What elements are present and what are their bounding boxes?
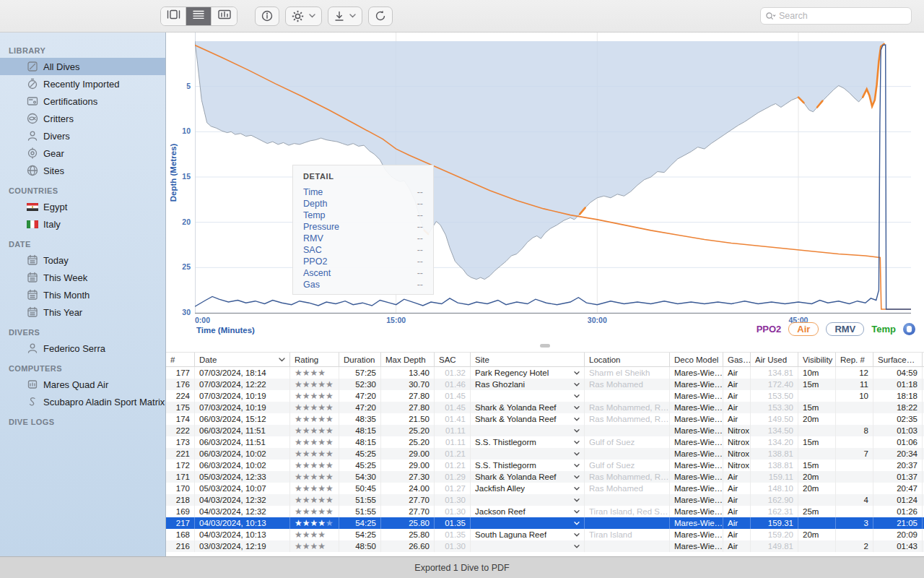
sidebar-item-mares-quad-air[interactable]: Mares Quad Air: [0, 376, 165, 393]
legend-item-ppo2[interactable]: PPO2: [757, 324, 782, 335]
cell-rep: [836, 413, 873, 425]
cell-site[interactable]: [471, 448, 585, 460]
column-header-max-depth[interactable]: Max Depth: [381, 353, 435, 366]
table-row-dive-222[interactable]: 22206/03/2024, 11:51★★★★★48:1525.2001.11…: [166, 425, 924, 436]
column-header-location[interactable]: Location: [585, 353, 670, 366]
site-dropdown-chevron-icon[interactable]: [574, 499, 580, 502]
table-row-dive-169[interactable]: 16904/03/2024, 12:32★★★★★51:5527.7001.30…: [166, 506, 924, 517]
table-row-dive-217[interactable]: 21704/03/2024, 10:13★★★★★54:2525.8001.35…: [166, 517, 924, 529]
sidebar-item-this-year[interactable]: This Year: [0, 303, 165, 321]
sidebar-item-italy[interactable]: Italy: [0, 215, 165, 233]
legend-item-rmv[interactable]: RMV: [826, 322, 864, 336]
site-dropdown-chevron-icon[interactable]: [574, 441, 580, 444]
cell-max_depth: 25.20: [381, 436, 435, 448]
column-header-surface[interactable]: Surface…: [873, 353, 923, 366]
table-row-dive-176[interactable]: 17607/03/2024, 12:22★★★★★52:3030.7001.46…: [166, 379, 924, 390]
cell-site[interactable]: South Laguna Reef: [471, 529, 585, 540]
site-dropdown-chevron-icon[interactable]: [574, 487, 580, 491]
table-row-dive-177[interactable]: 17707/03/2024, 18:14★★★★57:2513.4001.32P…: [166, 367, 924, 379]
site-dropdown-chevron-icon[interactable]: [574, 452, 580, 456]
legend-item-air[interactable]: Air: [788, 322, 819, 336]
info-button[interactable]: [255, 7, 279, 26]
table-row-dive-172[interactable]: 17206/03/2024, 10:02★★★★★45:2529.0001.21…: [166, 460, 924, 471]
column-header-date[interactable]: Date: [195, 353, 290, 366]
cell-site[interactable]: [471, 390, 585, 402]
column-header-duration[interactable]: Duration: [339, 353, 381, 366]
column-header-rating[interactable]: Rating: [290, 353, 339, 366]
column-header-site[interactable]: Site: [471, 353, 585, 366]
cell-site[interactable]: [471, 494, 585, 506]
table-row-dive-221[interactable]: 22106/03/2024, 10:02★★★★★45:2529.0001.21…: [166, 448, 924, 460]
site-dropdown-chevron-icon[interactable]: [574, 464, 580, 467]
table-row-dive-174[interactable]: 17406/03/2024, 15:12★★★★★48:3521.5001.41…: [166, 413, 924, 425]
settings-button[interactable]: [285, 7, 322, 26]
table-row-dive-171[interactable]: 17105/03/2024, 12:33★★★★★54:3027.3001.29…: [166, 471, 924, 483]
column-header-deco-model[interactable]: Deco Model: [670, 353, 723, 366]
cell-site[interactable]: Shark & Yolanda Reef: [471, 413, 585, 425]
deco-badge-icon[interactable]: [903, 323, 915, 335]
sidebar-item-scubapro-aladin-sport-matrix[interactable]: Scubapro Aladin Sport Matrix: [0, 393, 165, 410]
sidebar-section-countries: COUNTRIES: [0, 179, 165, 198]
table-row-dive-175[interactable]: 17507/03/2024, 10:19★★★★★47:2027.8001.45…: [166, 402, 924, 413]
sidebar-item-egypt[interactable]: Egypt: [0, 198, 165, 215]
view-segment-list[interactable]: [186, 7, 212, 25]
site-dropdown-chevron-icon[interactable]: [574, 510, 580, 514]
chart-table-splitter[interactable]: [166, 340, 924, 352]
table-row-dive-170[interactable]: 17005/03/2024, 10:07★★★★★50:4524.0001.27…: [166, 483, 924, 494]
sidebar-item-gear[interactable]: Gear: [0, 144, 165, 162]
table-row-dive-218[interactable]: 21804/03/2024, 12:32★★★★★51:5527.7001.30…: [166, 494, 924, 506]
site-dropdown-chevron-icon[interactable]: [574, 475, 580, 479]
cell-site[interactable]: [471, 425, 585, 436]
sidebar-item-this-month[interactable]: This Month: [0, 286, 165, 303]
column-header-visibility[interactable]: Visibility: [798, 353, 836, 366]
cell-site[interactable]: [471, 517, 585, 529]
cell-site[interactable]: S.S. Thistlegorm: [471, 436, 585, 448]
sidebar-item-today[interactable]: Today: [0, 251, 165, 269]
export-button[interactable]: [328, 7, 362, 26]
sidebar-item-divers[interactable]: Divers: [0, 127, 165, 144]
splitter-handle-icon[interactable]: [540, 344, 550, 348]
site-dropdown-chevron-icon[interactable]: [574, 371, 580, 375]
table-row-dive-224[interactable]: 22407/03/2024, 10:19★★★★★47:2027.8001.45…: [166, 390, 924, 402]
cell-site[interactable]: Ras Ghozlani: [471, 379, 585, 390]
cell-site[interactable]: [471, 540, 585, 552]
column-header-sac[interactable]: SAC: [435, 353, 471, 366]
sidebar-item-sites[interactable]: Sites: [0, 162, 165, 179]
search-input[interactable]: [779, 11, 907, 21]
table-row-dive-168[interactable]: 16804/03/2024, 10:13★★★★54:2525.8001.35S…: [166, 529, 924, 540]
view-segment-overview[interactable]: [161, 7, 186, 25]
site-dropdown-chevron-icon[interactable]: [574, 429, 580, 433]
site-dropdown-chevron-icon[interactable]: [574, 406, 580, 410]
column-header-air-used[interactable]: Air Used: [751, 353, 798, 366]
sync-button[interactable]: [368, 7, 393, 26]
site-dropdown-chevron-icon[interactable]: [574, 545, 580, 548]
site-dropdown-chevron-icon[interactable]: [574, 418, 580, 421]
cell-air_used: 134.50: [751, 425, 798, 436]
column-header-rep[interactable]: Rep. #: [836, 353, 873, 366]
table-row-dive-173[interactable]: 17306/03/2024, 11:51★★★★★48:1525.2001.11…: [166, 436, 924, 448]
table-row-dive-216[interactable]: 21603/03/2024, 12:19★★★★48:5026.6001.30M…: [166, 540, 924, 552]
cell-site[interactable]: Jackfish Alley: [471, 483, 585, 494]
site-dropdown-chevron-icon[interactable]: [574, 522, 580, 525]
sidebar-item-critters[interactable]: Critters: [0, 110, 165, 127]
site-dropdown-chevron-icon[interactable]: [574, 394, 580, 398]
cell-site[interactable]: S.S. Thistlegorm: [471, 460, 585, 471]
cell-site[interactable]: Shark & Yolanda Reef: [471, 402, 585, 413]
cell-site[interactable]: Park Regency Hotel: [471, 367, 585, 379]
sidebar-item-recently-imported[interactable]: Recently Imported: [0, 75, 165, 92]
column-header-num[interactable]: #: [166, 353, 195, 366]
legend-item-temp[interactable]: Temp: [871, 324, 896, 335]
sidebar-item-federico-serra[interactable]: Federico Serra: [0, 340, 165, 357]
site-dropdown-chevron-icon[interactable]: [574, 533, 580, 537]
detail-value: --: [417, 210, 423, 222]
sidebar-item-certifications[interactable]: Certifications: [0, 92, 165, 110]
sidebar-item-all-dives[interactable]: All Dives: [0, 58, 165, 75]
search-field[interactable]: [760, 7, 912, 25]
cell-site[interactable]: Shark & Yolanda Reef: [471, 471, 585, 483]
column-header-gas[interactable]: Gas…: [723, 353, 751, 366]
view-segment-profile[interactable]: [212, 7, 237, 25]
site-dropdown-chevron-icon[interactable]: [574, 383, 580, 387]
cell-site[interactable]: Jackson Reef: [471, 506, 585, 517]
cell-num: 168: [166, 529, 195, 540]
sidebar-item-this-week[interactable]: This Week: [0, 269, 165, 286]
